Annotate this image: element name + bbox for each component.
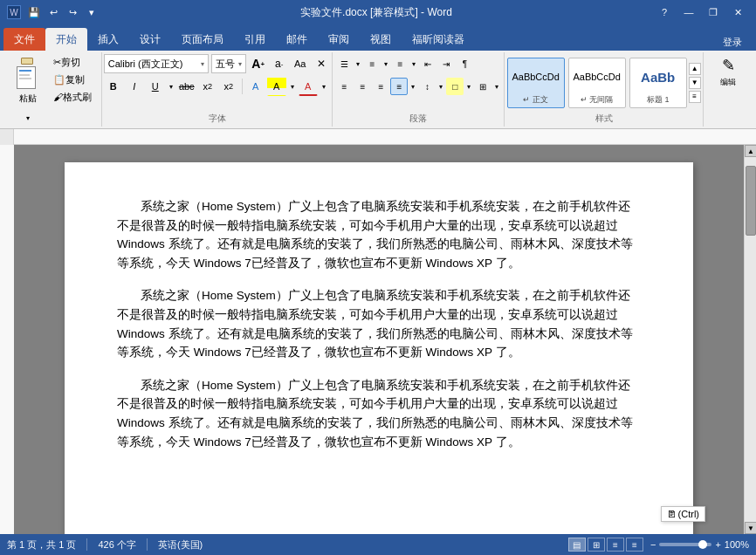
scroll-up-button[interactable]: ▲	[745, 145, 756, 157]
styles-scroll-up[interactable]: ▲	[689, 63, 701, 75]
vertical-ruler	[0, 145, 14, 534]
underline-button[interactable]: U	[146, 77, 165, 96]
maximize-button[interactable]: ❐	[702, 3, 725, 21]
styles-more[interactable]: ≡	[689, 91, 701, 103]
styles-scroll-down[interactable]: ▼	[689, 77, 701, 89]
quick-access-toolbar: 💾 ↩ ↪ ▾	[26, 4, 100, 20]
font-color-button[interactable]: A	[299, 77, 318, 96]
paragraph-1[interactable]: 系统之家（Home System）广义上包含了电脑系统安装和手机系统安装，在之前…	[117, 197, 641, 272]
zoom-in-button[interactable]: +	[715, 539, 720, 550]
multilevel-button[interactable]: ≡	[391, 55, 409, 72]
scroll-thumb[interactable]	[746, 166, 756, 236]
strikethrough-button[interactable]: abc	[177, 77, 196, 96]
undo-button[interactable]: ↩	[45, 4, 61, 20]
copy-button[interactable]: 📋 复制	[49, 72, 96, 87]
shading-button[interactable]: □	[446, 78, 464, 95]
align-center-button[interactable]: ≡	[354, 78, 371, 95]
superscript-button[interactable]: x2	[219, 77, 238, 96]
editing-icon: ✎	[722, 56, 735, 75]
zoom-out-button[interactable]: −	[650, 539, 656, 550]
view-web-button[interactable]: ⊞	[588, 538, 605, 552]
tab-references[interactable]: 引用	[234, 28, 276, 51]
zoom-slider[interactable]	[659, 543, 711, 546]
title-bar: W 💾 ↩ ↪ ▾ 实验文件.docx [兼容模式] - Word ? — ❐ …	[0, 0, 756, 24]
minimize-button[interactable]: —	[677, 3, 700, 21]
paragraph-2[interactable]: 系统之家（Home System）广义上包含了电脑系统安装和手机系统安装，在之前…	[117, 286, 641, 361]
tab-home[interactable]: 开始	[45, 28, 87, 51]
decrease-indent-button[interactable]: ⇤	[419, 55, 436, 72]
paste-dropdown[interactable]: ▾	[24, 108, 32, 127]
zoom-level[interactable]: 100%	[725, 539, 749, 550]
change-case-button[interactable]: Aa	[291, 54, 310, 73]
style-normal[interactable]: AaBbCcDd ↵ 正文	[507, 58, 565, 108]
text-effect-button[interactable]: A	[246, 77, 265, 96]
clear-format-button[interactable]: ✕	[312, 54, 331, 73]
zoom-thumb[interactable]	[698, 540, 707, 549]
text-highlight-button[interactable]: A	[267, 77, 286, 96]
view-outline-button[interactable]: ≡	[607, 538, 624, 552]
scroll-down-button[interactable]: ▼	[745, 522, 756, 534]
line-spacing-button[interactable]: ↕	[418, 78, 436, 95]
justify-button[interactable]: ≡	[390, 78, 408, 95]
tab-mailings[interactable]: 邮件	[276, 28, 318, 51]
font-size-actions: A+ a- Aa ✕	[249, 54, 331, 73]
tab-view[interactable]: 视图	[360, 28, 402, 51]
tab-design[interactable]: 设计	[129, 28, 171, 51]
document-page[interactable]: 系统之家（Home System）广义上包含了电脑系统安装和手机系统安装，在之前…	[65, 162, 693, 534]
svg-rect-0	[14, 129, 756, 144]
font-color-dropdown[interactable]: ▾	[320, 77, 328, 96]
line-spacing-dropdown[interactable]: ▾	[436, 77, 445, 96]
align-right-button[interactable]: ≡	[372, 78, 389, 95]
underline-dropdown[interactable]: ▾	[167, 77, 175, 96]
redo-button[interactable]: ↪	[65, 4, 80, 20]
increase-indent-button[interactable]: ⇥	[437, 55, 455, 72]
font-size-selector[interactable]: 五号 ▾	[211, 54, 246, 73]
vertical-scrollbar[interactable]: ▲ ▼	[744, 145, 756, 534]
font-size-decrease-button[interactable]: a-	[270, 54, 289, 73]
scroll-track[interactable]	[745, 157, 756, 522]
language-status: 英语(美国)	[158, 538, 203, 552]
tab-layout[interactable]: 页面布局	[171, 28, 234, 51]
paste-button[interactable]: 粘贴	[9, 54, 47, 106]
border-button[interactable]: ⊞	[474, 78, 491, 95]
paragraph-row1: ☰ ▾ ≡ ▾ ≡ ▾ ⇤ ⇥ ¶	[335, 54, 473, 73]
format-buttons-row: B I U ▾ abc x2 x2 A A ▾ A ▾	[104, 77, 328, 96]
bullets-button[interactable]: ☰	[335, 55, 353, 72]
tab-foxit[interactable]: 福昕阅读器	[402, 28, 475, 51]
style-no-spacing[interactable]: AaBbCcDd ↵ 无间隔	[568, 58, 626, 108]
tab-insert[interactable]: 插入	[87, 28, 129, 51]
border-dropdown[interactable]: ▾	[492, 77, 501, 96]
paste-popup[interactable]: 🖹 (Ctrl)	[661, 506, 705, 522]
cut-button[interactable]: ✂ 剪切	[49, 54, 96, 70]
bold-button[interactable]: B	[104, 77, 123, 96]
highlight-dropdown[interactable]: ▾	[288, 77, 297, 96]
align-left-button[interactable]: ≡	[335, 78, 353, 95]
font-name-selector[interactable]: Calibri (西文正文) ▾	[104, 54, 209, 73]
numbering-button[interactable]: ≡	[363, 55, 381, 72]
show-formatting-button[interactable]: ¶	[456, 55, 473, 72]
tab-file[interactable]: 文件	[3, 28, 45, 51]
italic-button[interactable]: I	[125, 77, 144, 96]
view-draft-button[interactable]: ≡	[626, 538, 643, 552]
font-size-increase-button[interactable]: A+	[249, 54, 268, 73]
customize-qa-button[interactable]: ▾	[84, 4, 100, 20]
editing-button[interactable]: ✎ 编辑	[709, 54, 747, 89]
font-name-dropdown-arrow: ▾	[201, 60, 204, 68]
shading-dropdown[interactable]: ▾	[464, 77, 473, 96]
close-button[interactable]: ✕	[726, 3, 749, 21]
paragraph-3[interactable]: 系统之家（Home System）广义上包含了电脑系统安装和手机系统安装，在之前…	[117, 376, 641, 451]
format-painter-button[interactable]: 🖌 格式刷	[49, 89, 96, 105]
document-scroll-area[interactable]: 系统之家（Home System）广义上包含了电脑系统安装和手机系统安装，在之前…	[14, 145, 744, 534]
tab-review[interactable]: 审阅	[318, 28, 360, 51]
justify-dropdown[interactable]: ▾	[409, 77, 417, 96]
numbering-dropdown[interactable]: ▾	[381, 54, 390, 73]
save-button[interactable]: 💾	[26, 4, 42, 20]
help-button[interactable]: ?	[653, 3, 676, 21]
style-heading1[interactable]: AaBb 标题 1	[629, 58, 687, 108]
subscript-button[interactable]: x2	[198, 77, 217, 96]
bullets-dropdown[interactable]: ▾	[354, 54, 362, 73]
multilevel-dropdown[interactable]: ▾	[409, 54, 418, 73]
login-button[interactable]: 登录	[716, 33, 749, 51]
view-print-button[interactable]: ▤	[568, 538, 586, 552]
paste-popup-label: (Ctrl)	[678, 509, 699, 519]
